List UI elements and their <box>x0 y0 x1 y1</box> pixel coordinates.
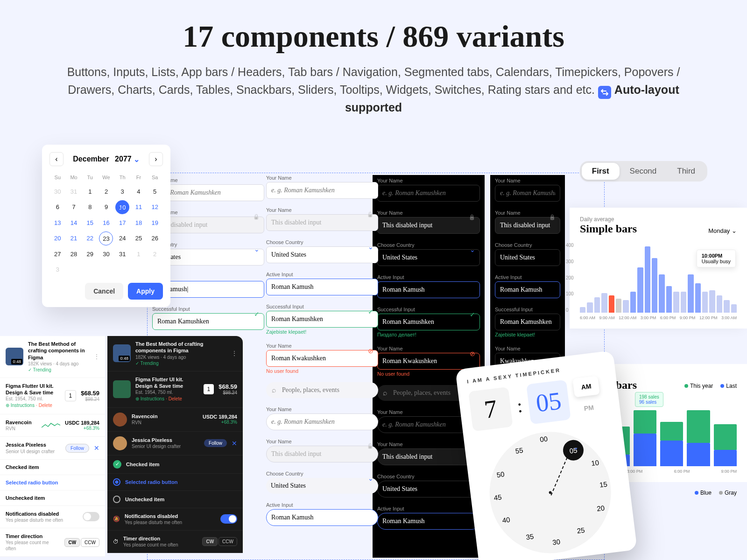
cal-next-button[interactable]: › <box>149 152 163 166</box>
follow-button[interactable]: Follow <box>65 444 89 453</box>
cal-prev-button[interactable]: ‹ <box>49 152 63 166</box>
cal-day[interactable]: 25 <box>131 231 147 245</box>
country-select[interactable]: United States <box>266 478 378 494</box>
cal-day[interactable]: 18 <box>131 216 147 230</box>
search-input[interactable] <box>266 382 378 398</box>
cal-day[interactable]: 28 <box>66 247 82 261</box>
list-item[interactable]: 0:48 The Best Method of crafting compone… <box>107 336 243 371</box>
cal-day[interactable]: 9 <box>98 200 114 214</box>
calendar-widget[interactable]: ‹ December 2077 ⌄ › SuMoTuWeThFrSa 30311… <box>42 145 170 307</box>
cal-day[interactable]: 4 <box>131 185 147 198</box>
cal-day[interactable]: 16 <box>98 216 114 230</box>
cal-day[interactable]: 11 <box>131 200 147 214</box>
cal-day[interactable]: 3 <box>114 185 131 198</box>
radio-icon[interactable] <box>113 496 120 503</box>
seg-third[interactable]: Third <box>667 163 705 180</box>
list-item[interactable]: RavencoinRVN USDC 189,284+68.3% <box>0 414 105 437</box>
cal-day[interactable]: 26 <box>147 231 163 245</box>
cw-ccw-toggle[interactable]: CWCCW <box>64 538 99 547</box>
cal-day[interactable]: 22 <box>82 231 98 245</box>
cal-day[interactable]: 7 <box>66 200 82 214</box>
clock-face[interactable]: 00 05 10 15 20 25 30 35 40 45 50 55 <box>483 425 618 560</box>
active-input[interactable] <box>266 509 378 526</box>
active-input[interactable] <box>377 281 480 298</box>
success-input[interactable] <box>266 311 378 328</box>
error-input[interactable] <box>377 353 480 370</box>
name-input[interactable] <box>495 185 560 202</box>
list-item[interactable]: Timer directionYes please count me often… <box>0 528 105 557</box>
cal-day[interactable]: 12 <box>147 200 163 214</box>
cal-day[interactable]: 2 <box>147 247 163 261</box>
pm-button[interactable]: PM <box>575 397 602 419</box>
cal-day[interactable]: 31 <box>114 247 131 261</box>
toggle-switch[interactable] <box>220 514 237 524</box>
success-input[interactable] <box>152 313 264 330</box>
list-item[interactable]: ✓Checked item <box>107 455 243 474</box>
country-select[interactable]: United States <box>266 246 378 263</box>
name-input[interactable] <box>377 185 480 202</box>
more-icon[interactable]: ⋮ <box>94 353 99 360</box>
list-item[interactable]: Checked item <box>0 460 105 475</box>
name-input[interactable] <box>266 413 378 430</box>
cal-day[interactable]: 19 <box>147 216 163 230</box>
cal-day[interactable]: 1 <box>82 185 98 198</box>
day-select[interactable]: Monday ⌄ <box>708 227 737 234</box>
error-input[interactable] <box>266 350 378 367</box>
cal-day[interactable]: 30 <box>98 247 114 261</box>
list-item[interactable]: Unchecked item <box>0 490 105 506</box>
cal-day[interactable]: 21 <box>66 231 82 245</box>
cal-day[interactable]: 2 <box>98 185 114 198</box>
minute-selected[interactable]: 05 <box>562 439 585 462</box>
country-select[interactable]: United States <box>377 481 480 497</box>
cancel-button[interactable]: Cancel <box>85 283 123 300</box>
cal-day[interactable]: 14 <box>66 216 82 230</box>
cal-day[interactable]: 30 <box>49 185 66 198</box>
list-item[interactable]: 0:48 The Best Method of crafting compone… <box>0 336 105 378</box>
name-input[interactable] <box>266 182 378 199</box>
cal-day-selected[interactable]: 10 <box>115 200 129 214</box>
cal-day[interactable]: 13 <box>49 216 66 230</box>
list-item[interactable]: Jessica PixelessSenior UI design crafter… <box>107 432 243 455</box>
cal-day[interactable]: 8 <box>82 200 98 214</box>
calendar-grid[interactable]: SuMoTuWeThFrSa 303112345 6789101112 1314… <box>49 172 163 276</box>
cal-day[interactable]: 15 <box>82 216 98 230</box>
list-item[interactable]: Jessica PixelessSenior UI design crafter… <box>0 437 105 459</box>
timepicker-widget[interactable]: I AM A SEXY TIMEPICKER 7 : 05 AM PM 00 0… <box>455 350 637 560</box>
seg-second[interactable]: Second <box>620 163 667 180</box>
list-item[interactable]: Unchecked item <box>107 491 243 508</box>
cal-day[interactable]: 17 <box>114 216 131 230</box>
follow-button[interactable]: Follow <box>204 439 227 447</box>
list-item[interactable]: Figma Flutter UI kit. Design & Save time… <box>0 378 105 414</box>
qty-stepper[interactable]: 1 <box>65 390 77 401</box>
cal-day[interactable]: 5 <box>147 185 163 198</box>
list-item[interactable]: Selected radio button <box>0 475 105 490</box>
hour-field[interactable]: 7 <box>468 387 513 432</box>
cal-day[interactable]: 27 <box>49 247 66 261</box>
list-item[interactable]: 🔕Notifications disabledYes please distur… <box>107 508 243 531</box>
minute-field[interactable]: 05 <box>526 380 571 425</box>
toggle-switch[interactable] <box>83 512 99 521</box>
qty-stepper[interactable]: 1 <box>204 384 214 394</box>
cal-day[interactable]: 31 <box>66 185 82 198</box>
list-item[interactable]: Figma Flutter UI kit. Design & Save time… <box>107 371 243 408</box>
list-item[interactable]: ⏱Timer directionYes please count me ofte… <box>107 531 243 553</box>
list-item[interactable]: Selected radio button <box>107 474 243 491</box>
bar-chart[interactable]: 4003002001000 <box>580 243 737 313</box>
success-input[interactable] <box>377 314 480 330</box>
cal-day[interactable]: 6 <box>49 200 66 214</box>
cal-day[interactable]: 3 <box>49 263 66 276</box>
close-icon[interactable]: ✕ <box>232 440 237 447</box>
cal-day[interactable]: 29 <box>82 247 98 261</box>
cal-title[interactable]: December 2077 ⌄ <box>73 155 139 164</box>
segmented-tabs[interactable]: First Second Third <box>580 161 707 182</box>
seg-first[interactable]: First <box>582 163 620 180</box>
am-button[interactable]: AM <box>572 376 599 397</box>
country-select[interactable]: United States <box>495 249 560 266</box>
success-input[interactable] <box>495 314 560 330</box>
radio-icon[interactable] <box>113 478 120 486</box>
active-input[interactable] <box>495 281 560 298</box>
cal-day[interactable]: 20 <box>49 231 66 245</box>
list-item[interactable]: RavencoinRVN USDC 189,284+68.3% <box>107 408 243 432</box>
close-icon[interactable]: ✕ <box>94 444 99 452</box>
country-select[interactable]: United States <box>377 249 480 266</box>
